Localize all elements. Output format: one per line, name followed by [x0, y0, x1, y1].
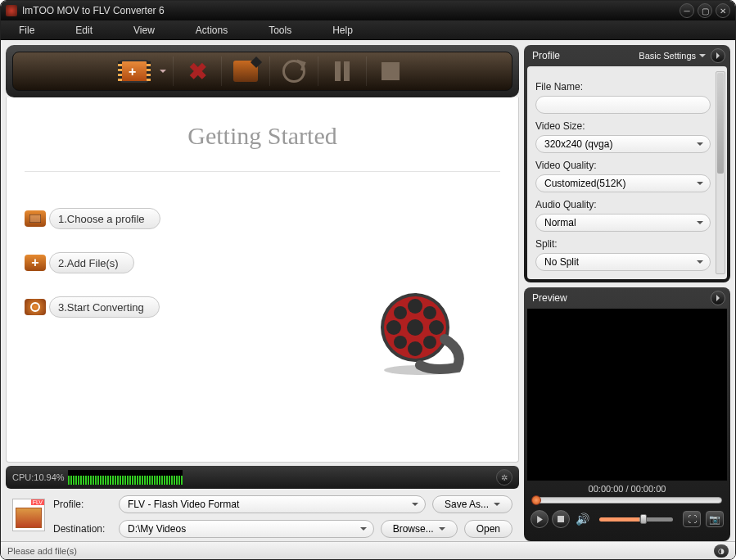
preview-time: 00:00:00 / 00:00:00 [524, 481, 730, 495]
add-icon: + [25, 255, 46, 271]
seek-slider[interactable] [532, 497, 722, 504]
toolbar: + ✖ [6, 45, 519, 97]
split-value: No Split [544, 256, 579, 268]
profile-icon [25, 210, 46, 227]
close-button[interactable]: ✕ [716, 3, 730, 18]
cpu-graph [68, 470, 183, 485]
svg-rect-14 [558, 516, 564, 522]
svg-point-5 [407, 319, 423, 336]
choose-profile-button[interactable]: 1.Choose a profile [49, 208, 160, 229]
main-panel: Getting Started 1.Choose a profile + 2.A… [6, 97, 519, 463]
video-quality-value: Customized(512K) [544, 178, 625, 189]
svg-point-6 [408, 299, 422, 314]
profile-label: Profile: [53, 499, 112, 510]
profile-panel: Profile Basic Settings File Name: Video … [524, 45, 730, 282]
window-title: ImTOO MOV to FLV Converter 6 [22, 5, 676, 16]
status-text: Please add file(s) [7, 546, 77, 556]
convert-icon [25, 299, 46, 315]
profile-scrollbar[interactable] [716, 71, 725, 274]
add-file-dropdown[interactable] [158, 55, 168, 88]
menu-edit[interactable]: Edit [67, 22, 101, 38]
browse-label: Browse... [393, 523, 434, 535]
svg-point-9 [429, 320, 444, 335]
preview-viewport [527, 309, 727, 481]
profile-combo[interactable]: FLV - Flash Video Format [119, 495, 426, 513]
video-size-value: 320x240 (qvga) [544, 138, 612, 150]
seek-knob[interactable] [531, 495, 541, 505]
audio-quality-value: Normal [544, 217, 576, 228]
menu-file[interactable]: File [11, 22, 43, 38]
menu-view[interactable]: View [125, 22, 163, 38]
video-size-combo[interactable]: 320x240 (qvga) [535, 135, 711, 153]
preview-stop-button[interactable] [552, 510, 570, 528]
menu-tools[interactable]: Tools [260, 22, 300, 38]
flv-format-icon [12, 499, 45, 531]
menu-bar: File Edit View Actions Tools Help [1, 20, 735, 40]
preview-panel: Preview 00:00:00 / 00:00:00 🔊 ⛶ 📷 [524, 287, 730, 541]
add-files-label: 2.Add File(s) [58, 257, 119, 269]
browse-button[interactable]: Browse... [381, 520, 458, 538]
status-bar: Please add file(s) ◑ [1, 541, 735, 559]
svg-point-12 [394, 336, 407, 349]
svg-point-8 [386, 320, 401, 335]
start-converting-button[interactable]: 3.Start Converting [49, 296, 160, 318]
basic-settings-dropdown[interactable]: Basic Settings [639, 51, 706, 61]
open-label: Open [476, 523, 500, 535]
preview-title: Preview [532, 292, 567, 304]
file-name-label: File Name: [535, 81, 711, 93]
undo-button[interactable] [275, 55, 313, 88]
preview-expand-button[interactable] [711, 291, 725, 305]
cpu-label: CPU:10.94% [12, 472, 65, 482]
remove-button[interactable]: ✖ [178, 55, 216, 88]
title-bar: ImTOO MOV to FLV Converter 6 ─ ▢ ✕ [1, 1, 735, 20]
snapshot-button[interactable]: 📷 [706, 511, 724, 527]
menu-help[interactable]: Help [324, 22, 361, 38]
cpu-toggle-button[interactable]: ✲ [496, 469, 512, 485]
svg-rect-0 [29, 215, 41, 223]
stop-button[interactable] [372, 55, 409, 88]
film-reel-image [371, 290, 469, 380]
svg-point-11 [423, 306, 436, 319]
destination-label: Destination: [53, 523, 112, 535]
getting-started-title: Getting Started [25, 122, 500, 150]
open-button[interactable]: Open [464, 520, 512, 538]
fullscreen-button[interactable]: ⛶ [683, 511, 701, 527]
play-button[interactable] [531, 510, 549, 528]
video-size-label: Video Size: [535, 120, 711, 132]
volume-icon[interactable]: 🔊 [573, 510, 591, 528]
split-combo[interactable]: No Split [535, 253, 711, 271]
maximize-button[interactable]: ▢ [698, 3, 712, 18]
audio-quality-combo[interactable]: Normal [535, 214, 711, 232]
profile-expand-button[interactable] [711, 48, 725, 63]
add-file-button[interactable]: + [115, 55, 153, 88]
status-toggle[interactable]: ◑ [714, 544, 729, 558]
pause-button[interactable] [323, 55, 361, 88]
clip-button[interactable] [227, 55, 264, 88]
minimize-button[interactable]: ─ [680, 3, 694, 18]
volume-slider[interactable] [599, 517, 673, 522]
destination-combo[interactable]: D:\My Videos [119, 520, 374, 538]
file-name-input[interactable] [535, 96, 711, 114]
start-converting-label: 3.Start Converting [58, 301, 144, 314]
save-as-label: Save As... [445, 499, 489, 510]
profile-value: FLV - Flash Video Format [128, 499, 239, 510]
video-quality-label: Video Quality: [535, 160, 711, 171]
destination-value: D:\My Videos [128, 523, 186, 535]
svg-point-1 [31, 303, 39, 311]
split-label: Split: [535, 238, 711, 250]
basic-settings-label: Basic Settings [639, 51, 696, 61]
svg-point-10 [394, 306, 407, 319]
menu-actions[interactable]: Actions [187, 22, 236, 38]
add-files-button[interactable]: 2.Add File(s) [49, 252, 134, 273]
profile-panel-title: Profile [532, 50, 560, 61]
cpu-bar: CPU:10.94% ✲ [6, 466, 519, 489]
choose-profile-label: 1.Choose a profile [58, 213, 145, 225]
app-icon [6, 5, 17, 16]
save-as-button[interactable]: Save As... [432, 495, 512, 513]
svg-point-13 [423, 336, 436, 349]
scrollbar-thumb[interactable] [717, 73, 724, 174]
svg-point-7 [408, 341, 422, 356]
audio-quality-label: Audio Quality: [535, 199, 711, 210]
video-quality-combo[interactable]: Customized(512K) [535, 174, 711, 192]
volume-knob[interactable] [640, 514, 647, 524]
